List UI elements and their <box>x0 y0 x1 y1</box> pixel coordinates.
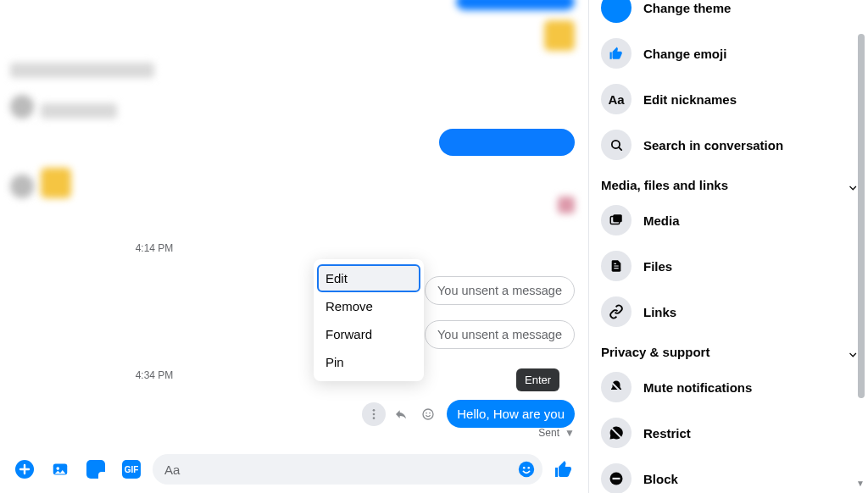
timestamp: 4:34 PM <box>0 369 309 381</box>
sidebar-section-privacy[interactable]: Privacy & support ⌵ <box>589 335 868 364</box>
sidebar-scrollbar-thumb[interactable] <box>858 34 865 398</box>
sticker-icon[interactable] <box>81 455 110 484</box>
sent-message-pixellated <box>439 129 575 156</box>
sticker-pixellated <box>41 168 71 198</box>
media-icon <box>601 205 632 235</box>
tooltip-enter: Enter <box>516 368 559 391</box>
theme-icon <box>601 0 632 23</box>
sticker-pixellated <box>544 20 575 51</box>
search-icon <box>601 130 632 160</box>
react-icon[interactable] <box>416 402 440 426</box>
thumbs-up-icon <box>601 38 632 69</box>
sidebar-item-label: Media <box>643 213 680 228</box>
message-list: 4:14 PM You unsent a message You unsent … <box>0 0 588 446</box>
sidebar-item-links[interactable]: Links <box>589 289 868 335</box>
message-actions <box>362 402 440 426</box>
sidebar-item-search-conversation[interactable]: Search in conversation <box>589 122 868 168</box>
sidebar-item-label: Block <box>643 472 678 486</box>
svg-point-10 <box>523 467 526 469</box>
file-icon <box>601 251 632 281</box>
sent-message-pixellated <box>456 0 575 10</box>
message-input-placeholder: Aa <box>164 463 517 477</box>
received-message-pixellated <box>41 103 117 119</box>
avatar-pixellated <box>10 95 34 119</box>
chevron-down-icon: ⌵ <box>849 179 856 192</box>
menu-item-edit[interactable]: Edit <box>317 264 420 292</box>
svg-rect-16 <box>613 478 620 479</box>
emoji-picker-icon[interactable] <box>517 460 536 479</box>
sent-message-bubble[interactable]: Hello, How are you <box>447 400 575 428</box>
unsent-message-pill[interactable]: You unsent a message <box>425 320 575 349</box>
thumbs-up-icon[interactable] <box>549 455 578 484</box>
link-icon <box>601 296 632 327</box>
sidebar-item-mute[interactable]: Mute notifications <box>589 364 868 410</box>
svg-point-1 <box>373 413 376 415</box>
svg-point-5 <box>429 412 431 413</box>
sidebar-item-label: Links <box>643 305 676 319</box>
scroll-down-caret[interactable]: ▼ <box>565 427 575 439</box>
svg-rect-7 <box>53 464 68 475</box>
sidebar-section-media[interactable]: Media, files and links ⌵ <box>589 168 868 197</box>
received-message-pixellated <box>10 63 154 78</box>
sidebar-item-edit-nicknames[interactable]: Aa Edit nicknames <box>589 76 868 122</box>
gif-icon[interactable]: GIF <box>117 455 146 484</box>
sidebar-section-label: Privacy & support <box>601 345 709 359</box>
chevron-down-icon: ⌵ <box>849 346 856 359</box>
block-icon <box>601 463 632 493</box>
photo-icon[interactable] <box>46 455 75 484</box>
svg-rect-14 <box>613 214 622 222</box>
avatar-pixellated <box>10 174 34 198</box>
sidebar-item-media[interactable]: Media <box>589 197 868 243</box>
svg-point-9 <box>519 462 534 477</box>
sidebar-item-label: Search in conversation <box>643 138 783 152</box>
sticker-pixellated <box>558 197 575 213</box>
sidebar-item-label: Restrict <box>643 426 691 440</box>
svg-point-2 <box>373 417 376 419</box>
more-icon[interactable] <box>362 402 386 426</box>
sidebar-item-change-theme[interactable]: Change theme <box>589 0 868 30</box>
menu-item-pin[interactable]: Pin <box>314 348 424 376</box>
sidebar-item-label: Change theme <box>643 1 731 15</box>
sidebar-item-label: Mute notifications <box>643 380 752 395</box>
message-input[interactable]: Aa <box>153 454 542 485</box>
sidebar-item-label: Change emoji <box>643 47 726 61</box>
reply-icon[interactable] <box>389 402 413 426</box>
svg-point-11 <box>527 467 530 469</box>
menu-item-remove[interactable]: Remove <box>314 292 424 320</box>
text-aa-icon: Aa <box>601 84 632 114</box>
restrict-icon <box>601 418 632 448</box>
message-context-menu: Edit Remove Forward Pin <box>314 259 424 381</box>
svg-point-0 <box>373 409 376 412</box>
scrollbar-caret-down[interactable]: ▼ <box>856 479 865 488</box>
conversation-info-panel: Change theme Change emoji Aa Edit nickna… <box>588 0 868 493</box>
open-actions-button[interactable] <box>10 455 39 484</box>
sidebar-scrollbar[interactable] <box>858 0 865 493</box>
sidebar-item-files[interactable]: Files <box>589 243 868 289</box>
sidebar-item-change-emoji[interactable]: Change emoji <box>589 30 868 76</box>
sidebar-item-label: Edit nicknames <box>643 92 737 107</box>
sidebar-section-label: Media, files and links <box>601 178 728 192</box>
sidebar-item-block[interactable]: Block <box>589 456 868 493</box>
composer: GIF Aa <box>0 446 588 493</box>
svg-point-3 <box>423 409 433 419</box>
svg-point-8 <box>56 467 59 470</box>
svg-point-4 <box>426 412 427 413</box>
sidebar-item-label: Files <box>643 259 672 274</box>
unsent-message-pill[interactable]: You unsent a message <box>425 276 575 305</box>
delivery-receipt: Sent <box>538 427 559 439</box>
timestamp: 4:14 PM <box>0 242 309 254</box>
sidebar-item-restrict[interactable]: Restrict <box>589 410 868 456</box>
chat-pane: 4:14 PM You unsent a message You unsent … <box>0 0 588 493</box>
menu-item-forward[interactable]: Forward <box>314 320 424 348</box>
bell-off-icon <box>601 372 632 402</box>
